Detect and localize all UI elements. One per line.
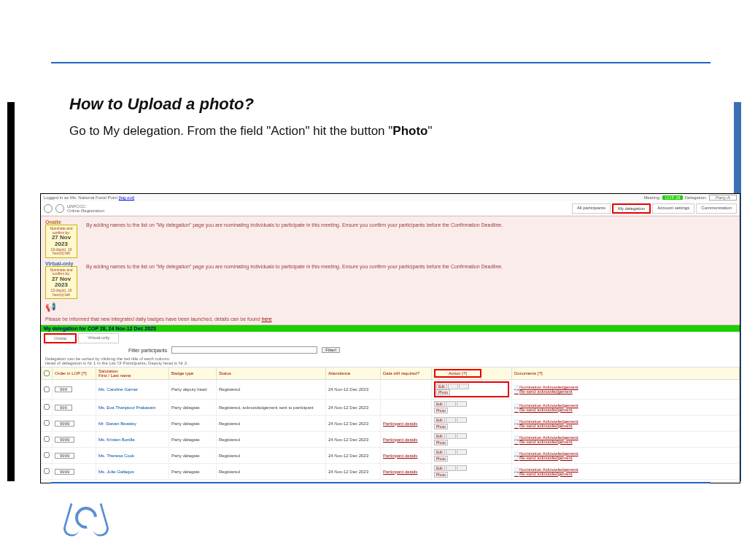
row-checkbox[interactable] [44, 404, 50, 410]
participant-name[interactable]: Mr. Steven Beasley [96, 416, 169, 432]
col-status[interactable]: Status [217, 368, 326, 380]
col-order[interactable]: Order in LOP [?] [53, 368, 96, 380]
action-grey-button[interactable] [457, 465, 467, 471]
select-all-checkbox[interactable] [44, 370, 50, 376]
photo-button[interactable]: Photo [434, 472, 448, 478]
order-box[interactable]: 9999 [55, 437, 74, 443]
row-checkbox[interactable] [44, 420, 50, 426]
virtual-days: 13 day(s), 10 hour(s) left [49, 289, 74, 297]
participant-name[interactable]: Ms. Eva Thanjavur Prakasam [96, 400, 169, 416]
row-checkbox[interactable] [44, 468, 50, 474]
un-logo-icon [44, 204, 53, 213]
col-data[interactable]: Data still required? [381, 368, 432, 380]
bottom-rule [51, 482, 711, 483]
participant-name[interactable]: Ms. Caroline Garner [96, 380, 169, 400]
resend-ack-link[interactable]: 📄Re-send acknowledgement [514, 408, 737, 412]
participant-details-link[interactable]: Participant details [383, 421, 417, 426]
filter-input[interactable] [171, 346, 317, 354]
documents-cell: 📄Nomination Acknowledgement📄Re-send ackn… [512, 400, 740, 416]
row-checkbox[interactable] [44, 452, 50, 458]
resend-ack-link[interactable]: 📄Re-send acknowledgement [514, 456, 737, 460]
order-box[interactable]: 999 [55, 386, 72, 392]
photo-button[interactable]: Photo [434, 456, 448, 462]
action-grey-button[interactable] [457, 401, 467, 407]
delegation-select[interactable]: Party-A [709, 195, 737, 201]
participant-name[interactable]: Ms. Julie Gallegos [96, 464, 169, 480]
resend-ack-link[interactable]: 📄Re-send acknowledgement [514, 472, 737, 476]
photo-button[interactable]: Photo [434, 440, 448, 446]
action-grey-button[interactable] [448, 384, 458, 389]
col-attendance[interactable]: Attendance [326, 368, 381, 380]
action-grey-button[interactable] [457, 433, 467, 439]
logout-link[interactable]: [log out] [119, 195, 134, 200]
tab-my-delegation[interactable]: My delegation [612, 203, 651, 214]
participant-details-link[interactable]: Participant details [383, 438, 417, 442]
order-box[interactable]: 9999 [55, 453, 74, 459]
resend-ack-link[interactable]: 📄Re-send acknowledgement [514, 389, 737, 394]
data-required-cell [381, 400, 432, 416]
subtab-onsite[interactable]: Onsite [44, 333, 77, 343]
action-grey-button[interactable] [446, 417, 456, 423]
action-grey-button[interactable] [446, 433, 456, 439]
photo-button[interactable]: Photo [434, 408, 448, 413]
edit-button[interactable]: Edit [434, 465, 445, 471]
resend-ack-link[interactable]: 📄Re-send acknowledgement [514, 424, 737, 428]
edit-button[interactable]: Edit [434, 449, 445, 455]
meeting-pill[interactable]: COP 28 [662, 195, 682, 200]
attendance-cell: 24 Nov-12 Dec 2023 [326, 416, 381, 432]
order-box[interactable]: 999 [55, 405, 72, 411]
resend-ack-link[interactable]: 📄Re-send acknowledgement [514, 440, 737, 444]
row-checkbox[interactable] [44, 386, 50, 392]
badge-type: Party delegate [169, 464, 217, 480]
documents-cell: 📄Nomination Acknowledgement📄Re-send ackn… [512, 432, 740, 448]
top-rule [51, 62, 711, 63]
action-cell: Edit Photo [434, 449, 509, 462]
status-cell: Registered, acknowledgement sent to part… [217, 400, 326, 416]
row-checkbox[interactable] [44, 436, 50, 442]
megaphone-icon: 📢 [45, 302, 735, 312]
edit-button[interactable]: Edit [434, 401, 445, 407]
table-row: 9999Ms. Kristen BonillaParty delegateReg… [42, 432, 740, 448]
col-badge[interactable]: Badge type [169, 368, 217, 380]
app-screenshot: Logged in as Ms. National Focal Point [l… [40, 193, 740, 483]
onsite-msg: By adding names to the list on "My deleg… [86, 219, 735, 258]
action-grey-button[interactable] [457, 417, 467, 423]
tab-all-participants[interactable]: All participants [572, 203, 611, 214]
action-grey-button[interactable] [459, 384, 469, 389]
edit-button[interactable]: Edit [436, 384, 447, 389]
action-grey-button[interactable] [457, 449, 467, 455]
order-box[interactable]: 9999 [55, 469, 74, 475]
pdf-icon: 📄 [514, 424, 519, 428]
status-cell: Registered [217, 432, 326, 448]
col-action[interactable]: Action [?] [432, 368, 512, 380]
participant-details-link[interactable]: Participant details [383, 454, 417, 458]
subtab-virtual[interactable]: Virtual-only [78, 333, 119, 343]
photo-button[interactable]: Photo [434, 424, 448, 429]
virtual-sub: Nominate and confirm by: [49, 268, 74, 276]
action-grey-button[interactable] [446, 401, 456, 407]
pdf-icon: 📄 [514, 456, 519, 460]
filter-button[interactable]: Filter! [322, 347, 340, 353]
participant-name[interactable]: Ms. Kristen Bonilla [96, 432, 169, 448]
tab-account-settings[interactable]: Account settings [652, 203, 694, 214]
participant-name[interactable]: Ms. Theresa Cook [96, 448, 169, 464]
edit-button[interactable]: Edit [434, 417, 445, 423]
tab-communication[interactable]: Communication [696, 203, 737, 214]
participant-details-link[interactable]: Participant details [383, 470, 417, 474]
table-row: 9999Ms. Theresa CookParty delegateRegist… [42, 448, 740, 464]
col-documents[interactable]: Documents [?] [512, 368, 740, 380]
badge-type: Party deputy head [169, 380, 217, 400]
action-grey-button[interactable] [446, 449, 456, 455]
notice-link[interactable]: here [262, 316, 272, 322]
col-salutation[interactable]: Salutation First / Last name [96, 368, 169, 380]
unfccc-footer-logo [66, 497, 107, 538]
pdf-icon: 📄 [514, 408, 519, 412]
attendance-cell: 24 Nov-12 Dec 2023 [326, 400, 381, 416]
instruction-suffix: " [428, 124, 433, 138]
photo-button[interactable]: Photo [436, 389, 450, 395]
edit-button[interactable]: Edit [434, 433, 445, 439]
order-box[interactable]: 9999 [55, 421, 74, 427]
data-required-cell: Participant details [381, 432, 432, 448]
action-grey-button[interactable] [446, 465, 456, 471]
filter-row: Filter participants Filter! [41, 345, 740, 355]
